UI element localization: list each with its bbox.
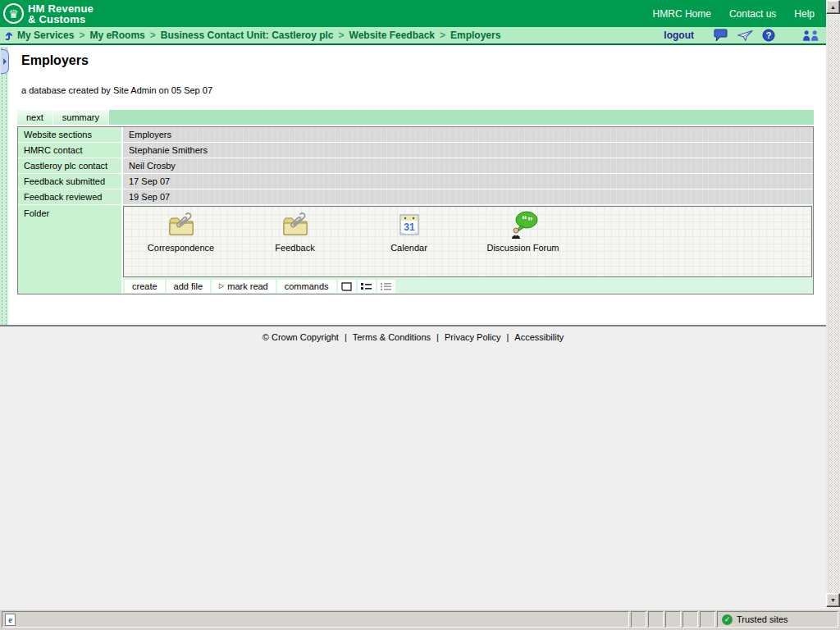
link-contact-us[interactable]: Contact us — [729, 8, 776, 20]
link-help[interactable]: Help — [794, 8, 815, 20]
footer-separator: | — [345, 332, 347, 342]
database-summary-table: Website sections Employers HMRC contact … — [17, 126, 814, 294]
folder-paperclip-icon — [281, 211, 310, 239]
send-paper-plane-icon[interactable] — [737, 29, 753, 42]
crumb-my-erooms[interactable]: My eRooms — [89, 30, 144, 41]
table-row: Website sections Employers — [18, 127, 813, 143]
scroll-up-button[interactable]: ▲ — [826, 0, 840, 14]
folder-command-bar: create add file ▷ mark read commands — [123, 280, 813, 293]
window-view-icon — [341, 282, 352, 291]
list-view-icon — [361, 282, 372, 291]
tab-bar: next summary — [17, 110, 814, 125]
mark-read-flag-icon: ▷ — [219, 280, 224, 293]
folder-row: Folder Correspondence — [18, 205, 813, 294]
vertical-scrollbar[interactable]: ▲ ▼ — [826, 0, 840, 609]
crown-copyright-text: © Crown Copyright — [262, 332, 339, 342]
logout-button[interactable]: logout — [664, 30, 694, 41]
status-bar: e ✓ Trusted sites — [0, 609, 840, 630]
hmrc-logo[interactable]: ♛ HM Revenue & Customs — [3, 3, 94, 25]
down-arrow-icon: ▼ — [830, 597, 836, 603]
browser-viewport: ♛ HM Revenue & Customs HMRC Home Contact… — [0, 0, 826, 609]
link-terms-conditions[interactable]: Terms & Conditions — [353, 332, 431, 342]
scroll-down-button[interactable]: ▼ — [826, 593, 840, 607]
sidebar-expander-tab[interactable] — [1, 49, 9, 74]
logo-text: HM Revenue & Customs — [28, 3, 94, 25]
table-row: Feedback submitted 17 Sep 07 — [18, 174, 813, 189]
svg-text:“: “ — [522, 213, 527, 226]
members-icon[interactable] — [803, 29, 819, 42]
row-value: Neil Crosby — [123, 158, 813, 174]
mark-read-button[interactable]: ▷ mark read — [212, 280, 276, 293]
folder-item-label: Discussion Forum — [486, 243, 559, 253]
status-pane — [682, 611, 698, 628]
folder-item-calendar[interactable]: 31 Calendar — [352, 211, 466, 276]
row-label: HMRC contact — [18, 143, 123, 158]
security-zone-label: Trusted sites — [737, 614, 788, 624]
status-main-pane: e — [2, 611, 629, 628]
create-button[interactable]: create — [125, 280, 165, 293]
folder-item-correspondence[interactable]: Correspondence — [124, 211, 238, 276]
tab-summary[interactable]: summary — [53, 110, 109, 125]
folder-contents: Correspondence Feedback — [123, 205, 813, 294]
row-value: 17 Sep 07 — [123, 174, 813, 189]
page-subtitle: a database created by Site Admin on 05 S… — [21, 85, 212, 95]
svg-text:?: ? — [766, 30, 772, 40]
crumb-website-feedback[interactable]: Website Feedback — [349, 30, 435, 41]
svg-text:”: ” — [527, 215, 533, 227]
ie-document-icon: e — [5, 614, 16, 626]
sidebar-collapse-strip[interactable] — [0, 47, 8, 325]
row-value: Stephanie Smithers — [123, 143, 813, 158]
crumb-employers[interactable]: Employers — [450, 30, 500, 41]
footer-separator: | — [506, 332, 509, 342]
row-label: Castleroy plc contact — [18, 158, 123, 174]
crumb-separator: > — [79, 30, 84, 41]
table-row: Castleroy plc contact Neil Crosby — [18, 158, 813, 174]
up-arrow-icon: ▲ — [830, 4, 836, 10]
status-pane — [665, 611, 681, 628]
folder-icon-panel: Correspondence Feedback — [123, 206, 812, 277]
icon-view-button[interactable] — [338, 280, 356, 293]
crown-icon: ♛ — [3, 3, 24, 24]
link-privacy-policy[interactable]: Privacy Policy — [445, 332, 500, 342]
security-zone-pane: ✓ Trusted sites — [717, 611, 838, 628]
link-hmrc-home[interactable]: HMRC Home — [653, 8, 711, 20]
calendar-icon: 31 — [395, 211, 424, 239]
trusted-sites-check-icon: ✓ — [722, 614, 733, 625]
breadcrumb-actions: logout ? — [664, 29, 819, 42]
folder-item-discussion-forum[interactable]: “ ” Discussion Forum — [466, 211, 580, 276]
folder-item-label: Correspondence — [148, 243, 214, 253]
header-links: HMRC Home Contact us Help — [653, 8, 815, 20]
row-label: Feedback reviewed — [18, 189, 123, 205]
tab-next[interactable]: next — [17, 110, 53, 125]
folder-item-feedback[interactable]: Feedback — [238, 211, 352, 276]
list-view-button[interactable] — [358, 280, 376, 293]
row-label: Feedback submitted — [18, 174, 123, 189]
chat-bubble-icon[interactable] — [713, 29, 729, 42]
app-header: ♛ HM Revenue & Customs HMRC Home Contact… — [0, 0, 826, 27]
chevron-right-icon — [3, 58, 7, 65]
row-value: Employers — [123, 127, 813, 143]
row-label: Folder — [18, 205, 123, 294]
commands-button[interactable]: commands — [277, 280, 336, 293]
details-view-icon — [381, 282, 391, 291]
crumb-separator: > — [440, 30, 445, 41]
svg-text:31: 31 — [404, 221, 415, 233]
help-question-icon[interactable]: ? — [760, 29, 777, 42]
up-level-icon[interactable] — [4, 30, 14, 40]
footer-separator: | — [436, 332, 439, 342]
folder-paperclip-icon — [167, 211, 196, 239]
page-footer: © Crown Copyright|Terms & Conditions|Pri… — [0, 326, 826, 609]
status-pane — [648, 611, 664, 628]
crumb-my-services[interactable]: My Services — [17, 30, 74, 41]
status-pane — [700, 611, 715, 628]
table-row: HMRC contact Stephanie Smithers — [18, 143, 813, 158]
crumb-separator: > — [339, 30, 345, 41]
details-view-button[interactable] — [377, 280, 395, 293]
table-row: Feedback reviewed 19 Sep 07 — [18, 189, 813, 205]
folder-item-label: Feedback — [275, 243, 314, 253]
link-accessibility[interactable]: Accessibility — [514, 332, 564, 342]
row-label: Website sections — [18, 127, 123, 143]
add-file-button[interactable]: add file — [167, 280, 210, 293]
crumb-business-contact-unit[interactable]: Business Contact Unit: Castleroy plc — [161, 30, 334, 41]
status-pane — [631, 611, 646, 628]
